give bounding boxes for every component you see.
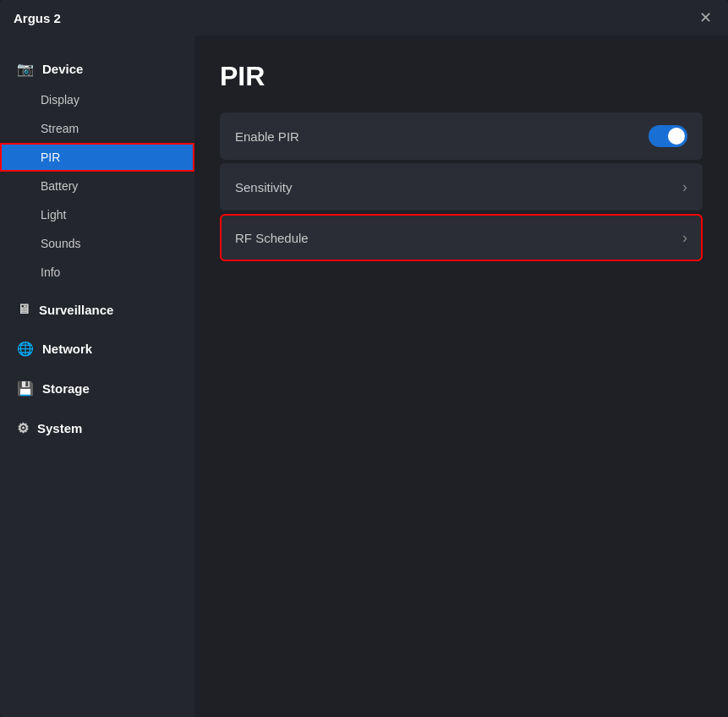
toggle-knob — [668, 128, 685, 145]
sidebar-item-display[interactable]: Display — [0, 85, 194, 114]
sidebar-item-pir[interactable]: PIR — [0, 143, 194, 172]
sensitivity-chevron-icon: › — [682, 178, 687, 196]
sidebar-item-sounds[interactable]: Sounds — [0, 229, 194, 258]
system-icon: ⚙ — [17, 420, 29, 436]
sidebar-item-battery[interactable]: Battery — [0, 172, 194, 200]
content-area: 📷 Device Display Stream PIR Battery Ligh… — [0, 36, 728, 717]
rf-schedule-chevron-icon: › — [682, 229, 687, 247]
sidebar-section-device: 📷 Device Display Stream PIR Battery Ligh… — [0, 52, 194, 287]
sidebar-item-info[interactable]: Info — [0, 258, 194, 287]
sidebar-item-stream[interactable]: Stream — [0, 114, 194, 143]
sensitivity-label: Sensitivity — [235, 180, 293, 194]
rf-schedule-label: RF Schedule — [235, 231, 309, 245]
main-panel: PIR Enable PIR Sensitivity › RF Schedule — [194, 36, 728, 717]
sidebar-section-storage: 💾 Storage — [0, 372, 194, 405]
setting-row-rf-schedule[interactable]: RF Schedule › — [220, 214, 703, 261]
sidebar-section-surveillance: 🖥 Surveillance — [0, 293, 194, 326]
sidebar-section-header-network[interactable]: 🌐 Network — [0, 332, 194, 365]
page-title: PIR — [220, 61, 703, 92]
titlebar: Argus 2 ✕ — [0, 0, 728, 36]
surveillance-icon: 🖥 — [17, 302, 30, 317]
close-button[interactable]: ✕ — [696, 8, 714, 27]
sidebar-section-header-storage[interactable]: 💾 Storage — [0, 372, 194, 405]
sidebar-item-light[interactable]: Light — [0, 200, 194, 229]
storage-icon: 💾 — [17, 380, 34, 397]
sidebar-section-label-system: System — [37, 421, 82, 435]
sidebar-section-label-network: Network — [42, 342, 92, 356]
device-icon: 📷 — [17, 61, 34, 77]
sidebar-section-label-storage: Storage — [42, 381, 90, 396]
sidebar-section-header-surveillance[interactable]: 🖥 Surveillance — [0, 293, 194, 326]
sidebar-section-header-system[interactable]: ⚙ System — [0, 412, 194, 445]
window-title: Argus 2 — [14, 11, 61, 25]
sidebar-section-system: ⚙ System — [0, 412, 194, 445]
settings-list: Enable PIR Sensitivity › RF Schedule › — [220, 112, 703, 261]
enable-pir-toggle[interactable] — [649, 125, 687, 147]
setting-row-enable-pir[interactable]: Enable PIR — [220, 112, 703, 160]
sidebar-section-header-device[interactable]: 📷 Device — [0, 52, 194, 85]
enable-pir-label: Enable PIR — [235, 129, 299, 144]
setting-row-sensitivity[interactable]: Sensitivity › — [220, 163, 703, 211]
app-window: Argus 2 ✕ 📷 Device Display Stream PIR — [0, 0, 728, 717]
sidebar: 📷 Device Display Stream PIR Battery Ligh… — [0, 36, 194, 717]
network-icon: 🌐 — [17, 341, 34, 357]
sidebar-section-label-surveillance: Surveillance — [39, 303, 113, 317]
sidebar-section-label-device: Device — [42, 62, 83, 76]
sidebar-section-network: 🌐 Network — [0, 332, 194, 365]
